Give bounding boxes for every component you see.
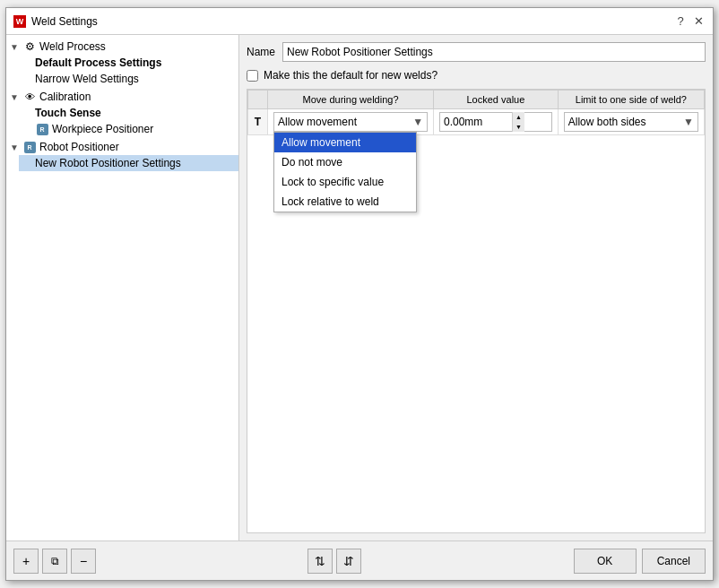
settings-table: Move during welding? Locked value Limit … [247,90,705,135]
eye-icon: 👁 [22,91,37,103]
robot-icon: R [35,123,49,135]
arrow-calibration: ▼ [10,92,22,102]
row-label: T [248,109,268,135]
remove-button[interactable]: − [71,549,96,574]
sidebar-item-robot-positioner[interactable]: ▼ R Robot Positioner [6,139,238,155]
move-down-button[interactable]: ⇵ [336,549,361,574]
name-row: Name [247,42,706,62]
checkbox-row: Make this the default for new welds? [247,69,706,82]
limit-side-value: Allow both sides [568,116,646,128]
dropdown-option-allow-movement[interactable]: Allow movement [274,133,416,152]
limit-side-cell: Allow both sides ▼ [558,109,704,135]
checkbox-label: Make this the default for new welds? [264,69,437,82]
sidebar-item-label: Robot Positioner [39,141,119,153]
title-bar: W Weld Settings ? ✕ [6,8,713,35]
spin-down-button[interactable]: ▼ [513,122,524,132]
bottom-left-buttons: + ⧉ − [13,549,96,574]
limit-side-arrow: ▼ [683,116,694,128]
arrow-weld-process: ▼ [10,42,22,52]
sidebar-item-new-robot-positioner[interactable]: New Robot Positioner Settings [19,155,238,171]
sidebar-item-workpiece-positioner[interactable]: R Workpiece Positioner [19,121,238,137]
sidebar-item-default-process[interactable]: Default Process Settings [19,55,238,71]
col-limit: Limit to one side of weld? [558,91,704,109]
arrow-robot-positioner: ▼ [10,143,22,152]
move-dropdown-value: Allow movement [278,116,357,128]
col-locked: Locked value [434,91,559,109]
col-empty [248,91,268,109]
spin-up-button[interactable]: ▲ [513,112,524,122]
copy-button[interactable]: ⧉ [42,549,67,574]
locked-value-field[interactable] [440,113,512,131]
col-move: Move during welding? [268,91,434,109]
ok-button[interactable]: OK [574,549,637,574]
sidebar-item-label: Touch Sense [35,107,101,119]
dialog-icon: W [13,15,26,28]
bottom-right-buttons: OK Cancel [574,549,706,574]
close-button[interactable]: ✕ [691,14,706,29]
dropdown-option-lock-relative[interactable]: Lock relative to weld [274,192,416,212]
locked-value-cell: ▲ ▼ [434,109,559,135]
move-dropdown-cell: Allow movement ▼ Allow movement Do not m… [268,109,434,135]
sidebar-item-label: Workpiece Positioner [52,123,153,135]
move-up-button[interactable]: ⇅ [308,549,333,574]
sidebar-item-label: New Robot Positioner Settings [35,157,181,169]
sidebar-item-label: Weld Process [39,40,106,53]
limit-side-dropdown[interactable]: Allow both sides ▼ [564,112,698,132]
dropdown-option-do-not-move[interactable]: Do not move [274,152,416,172]
sidebar-item-calibration[interactable]: ▼ 👁 Calibration [6,89,238,105]
left-panel: ▼ ⚙ Weld Process Default Process Setting… [6,35,239,540]
move-dropdown[interactable]: Allow movement ▼ [273,112,428,132]
help-button[interactable]: ? [673,14,688,29]
name-input[interactable] [282,42,706,62]
name-label: Name [247,46,275,58]
right-panel: Name Make this the default for new welds… [239,35,713,540]
sidebar-item-label: Calibration [39,91,91,103]
cancel-button[interactable]: Cancel [642,549,706,574]
gear-icon: ⚙ [22,40,37,53]
sidebar-item-narrow-weld[interactable]: Narrow Weld Settings [19,71,238,87]
sidebar-item-label: Default Process Settings [35,56,161,69]
settings-table-container: Move during welding? Locked value Limit … [247,89,706,533]
spin-buttons: ▲ ▼ [512,112,524,132]
move-dropdown-popup: Allow movement Do not move Lock to speci… [273,132,417,212]
bottom-bar: + ⧉ − ⇅ ⇵ OK Cancel [6,540,713,580]
title-bar-controls: ? ✕ [673,14,706,29]
weld-settings-dialog: W Weld Settings ? ✕ ▼ ⚙ Weld Process Def… [5,7,714,581]
table-row: T Allow movement ▼ [248,109,705,135]
add-button[interactable]: + [13,549,39,574]
sidebar-item-touch-sense[interactable]: Touch Sense [19,105,238,121]
sidebar-item-label: Narrow Weld Settings [35,73,139,85]
dialog-title: Weld Settings [31,15,668,28]
sidebar-item-weld-process[interactable]: ▼ ⚙ Weld Process [6,39,238,55]
dialog-body: ▼ ⚙ Weld Process Default Process Setting… [6,35,713,540]
bottom-center-buttons: ⇅ ⇵ [96,549,574,574]
move-dropdown-arrow: ▼ [412,116,423,128]
locked-value-input: ▲ ▼ [439,112,552,132]
move-dropdown-wrapper: Allow movement ▼ Allow movement Do not m… [273,112,428,132]
dropdown-option-lock-specific[interactable]: Lock to specific value [274,172,416,192]
robot-icon-2: R [22,141,37,153]
default-checkbox[interactable] [247,70,258,82]
